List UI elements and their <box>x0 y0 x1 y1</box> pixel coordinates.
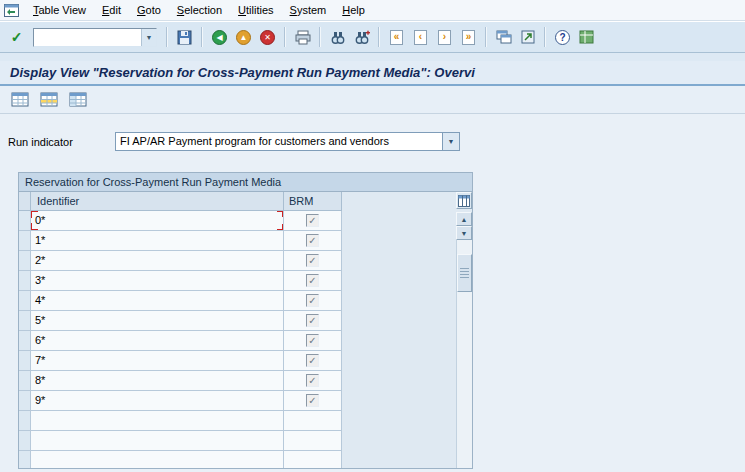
brm-cell[interactable] <box>284 451 342 468</box>
row-selector[interactable] <box>19 291 31 311</box>
last-page-button[interactable]: » <box>457 26 480 49</box>
brm-cell[interactable]: ✓ <box>284 391 342 411</box>
table-view-button-1[interactable] <box>8 90 31 110</box>
toolbar-separator <box>485 27 487 47</box>
customize-layout-button[interactable] <box>575 26 598 49</box>
row-selector[interactable] <box>19 211 31 231</box>
identifier-cell[interactable]: 7* <box>31 351 284 371</box>
brm-column-header[interactable]: BRM <box>284 192 342 211</box>
table-rows: 0* ✓ 1* ✓ 2* ✓ 3* <box>19 211 342 468</box>
menu-bar: Table View Edit Goto Selection Utilities… <box>0 0 745 21</box>
menu-item-help[interactable]: Help <box>334 2 373 18</box>
row-selector[interactable] <box>19 411 31 431</box>
scroll-down-button[interactable]: ▼ <box>456 226 472 240</box>
identifier-cell[interactable] <box>31 451 284 468</box>
row-selector[interactable] <box>19 351 31 371</box>
identifier-cell[interactable]: 8* <box>31 371 284 391</box>
menu-item-table-view[interactable]: Table View <box>25 2 94 18</box>
create-shortcut-button[interactable] <box>516 26 539 49</box>
brm-checkbox[interactable]: ✓ <box>306 294 319 307</box>
cancel-button[interactable]: ✕ <box>256 26 279 49</box>
save-icon <box>177 30 192 45</box>
brm-cell[interactable]: ✓ <box>284 271 342 291</box>
brm-checkbox[interactable]: ✓ <box>306 314 319 327</box>
table-view-button-2[interactable] <box>37 90 60 110</box>
identifier-cell[interactable]: 6* <box>31 331 284 351</box>
brm-checkbox[interactable]: ✓ <box>306 214 319 227</box>
row-selector[interactable] <box>19 371 31 391</box>
brm-checkbox[interactable]: ✓ <box>306 234 319 247</box>
toolbar-separator <box>544 27 546 47</box>
menu-item-edit[interactable]: Edit <box>94 2 129 18</box>
find-next-icon <box>354 30 370 45</box>
table-header-row: Identifier BRM <box>19 192 342 211</box>
exit-button[interactable]: ▲ <box>232 26 255 49</box>
brm-checkbox[interactable]: ✓ <box>306 274 319 287</box>
back-button[interactable]: ◀ <box>208 26 231 49</box>
command-input[interactable] <box>34 29 141 46</box>
row-selector[interactable] <box>19 391 31 411</box>
column-config-button[interactable] <box>456 192 472 209</box>
brm-checkbox[interactable]: ✓ <box>306 254 319 267</box>
row-selector[interactable] <box>19 231 31 251</box>
menu-item-goto[interactable]: Goto <box>129 2 169 18</box>
help-button[interactable]: ? <box>551 26 574 49</box>
table-title: Reservation for Cross-Payment Run Paymen… <box>19 173 472 192</box>
scroll-up-button[interactable]: ▲ <box>456 212 472 226</box>
row-selector[interactable] <box>19 331 31 351</box>
new-session-button[interactable] <box>492 26 515 49</box>
identifier-column-header[interactable]: Identifier <box>31 192 284 211</box>
brm-checkbox[interactable]: ✓ <box>306 374 319 387</box>
scrollbar-track[interactable] <box>456 240 472 468</box>
row-selector-header[interactable] <box>19 192 31 211</box>
table-view-button-3[interactable] <box>66 90 89 110</box>
menu-item-system[interactable]: System <box>282 2 335 18</box>
identifier-cell[interactable] <box>31 411 284 431</box>
brm-checkbox[interactable]: ✓ <box>306 334 319 347</box>
identifier-cell[interactable]: 0* <box>31 211 284 231</box>
table-grid-icon <box>11 92 29 107</box>
identifier-cell[interactable] <box>31 431 284 451</box>
brm-cell[interactable]: ✓ <box>284 251 342 271</box>
brm-cell[interactable]: ✓ <box>284 371 342 391</box>
identifier-cell[interactable]: 5* <box>31 311 284 331</box>
identifier-cell[interactable]: 2* <box>31 251 284 271</box>
brm-cell[interactable]: ✓ <box>284 231 342 251</box>
row-selector[interactable] <box>19 431 31 451</box>
table-row: 1* ✓ <box>19 231 342 251</box>
brm-cell[interactable]: ✓ <box>284 291 342 311</box>
identifier-cell[interactable]: 9* <box>31 391 284 411</box>
table-row: 0* ✓ <box>19 211 342 231</box>
identifier-cell[interactable]: 1* <box>31 231 284 251</box>
command-dropdown-icon[interactable]: ▼ <box>141 29 156 46</box>
run-indicator-select[interactable]: FI AP/AR Payment program for customers a… <box>115 132 460 151</box>
menu-item-utilities[interactable]: Utilities <box>230 2 281 18</box>
brm-cell[interactable]: ✓ <box>284 351 342 371</box>
scrollbar-thumb[interactable] <box>457 254 472 292</box>
find-button[interactable] <box>326 26 349 49</box>
row-selector[interactable] <box>19 271 31 291</box>
enter-button[interactable]: ✓ <box>5 26 28 49</box>
identifier-cell[interactable]: 4* <box>31 291 284 311</box>
brm-cell[interactable] <box>284 411 342 431</box>
save-button[interactable] <box>173 26 196 49</box>
menu-item-selection[interactable]: Selection <box>169 2 230 18</box>
window-menu-icon[interactable] <box>4 4 19 17</box>
row-selector[interactable] <box>19 451 31 468</box>
print-button[interactable] <box>291 26 314 49</box>
brm-checkbox[interactable]: ✓ <box>306 354 319 367</box>
scrollbar-grip <box>460 268 469 279</box>
previous-page-button[interactable]: ‹ <box>409 26 432 49</box>
brm-checkbox[interactable]: ✓ <box>306 394 319 407</box>
identifier-cell[interactable]: 3* <box>31 271 284 291</box>
run-indicator-dropdown-icon[interactable]: ▼ <box>442 133 459 150</box>
brm-cell[interactable] <box>284 431 342 451</box>
brm-cell[interactable]: ✓ <box>284 311 342 331</box>
next-page-button[interactable]: › <box>433 26 456 49</box>
brm-cell[interactable]: ✓ <box>284 211 342 231</box>
find-next-button[interactable] <box>350 26 373 49</box>
brm-cell[interactable]: ✓ <box>284 331 342 351</box>
first-page-button[interactable]: « <box>385 26 408 49</box>
row-selector[interactable] <box>19 251 31 271</box>
row-selector[interactable] <box>19 311 31 331</box>
